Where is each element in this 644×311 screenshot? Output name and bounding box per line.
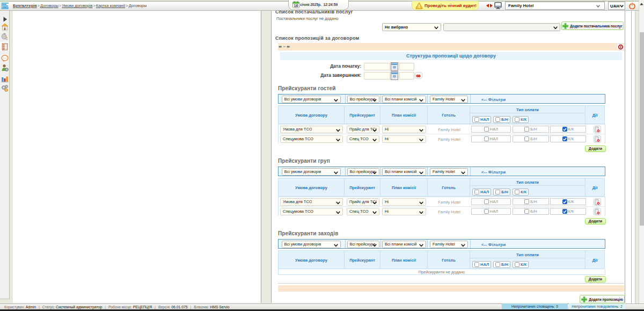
svg-text:16: 16 bbox=[294, 4, 298, 8]
svg-text:···: ··· bbox=[3, 56, 6, 60]
